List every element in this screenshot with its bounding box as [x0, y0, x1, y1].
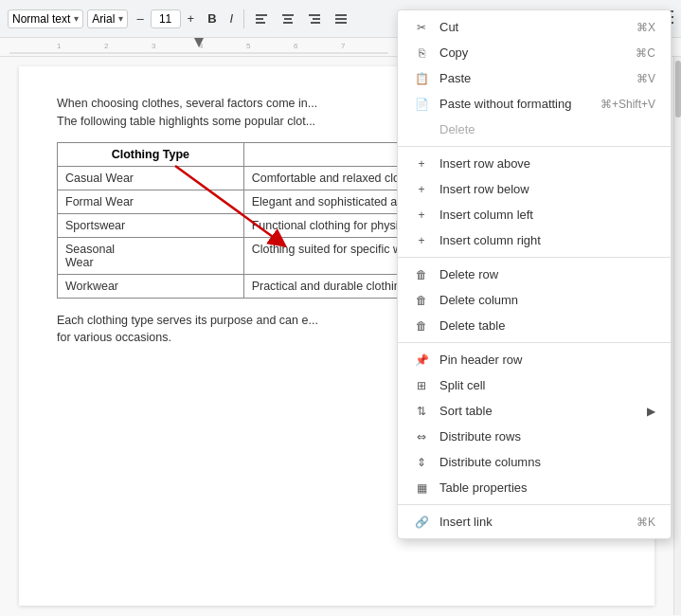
plus-icon-4: +: [413, 234, 430, 247]
font-chevron-icon: ▾: [118, 13, 123, 24]
menu-item-delete-row[interactable]: 🗑 Delete row: [398, 262, 671, 287]
align-center-button[interactable]: [277, 9, 299, 28]
svg-rect-7: [313, 18, 320, 20]
submenu-arrow-icon: ▶: [647, 405, 655, 418]
svg-rect-10: [335, 18, 347, 20]
paste-icon: 📋: [413, 72, 430, 85]
menu-label-sort-table: Sort table: [439, 404, 637, 418]
svg-rect-0: [256, 14, 267, 16]
svg-text:2: 2: [104, 42, 109, 50]
menu-item-paste-no-format[interactable]: 📄 Paste without formatting ⌘+Shift+V: [398, 91, 671, 117]
menu-item-delete-col[interactable]: 🗑 Delete column: [398, 287, 671, 313]
menu-item-insert-col-left[interactable]: + Insert column left: [398, 202, 671, 227]
paste-plain-icon: 📄: [413, 98, 430, 111]
align-right-icon: [308, 12, 321, 26]
decrease-size-button[interactable]: –: [132, 9, 148, 28]
copy-icon: ⎘: [413, 57, 430, 60]
svg-rect-5: [283, 22, 293, 24]
separator-2: [398, 257, 671, 258]
svg-rect-9: [335, 14, 347, 16]
cell-type-3: Sportswear: [58, 213, 244, 237]
separator-4: [398, 504, 671, 505]
svg-rect-2: [256, 22, 265, 24]
menu-label-insert-row-below: Insert row below: [439, 182, 655, 196]
toolbar-divider: [243, 9, 244, 28]
menu-item-distribute-rows[interactable]: ⇔ Distribute rows: [398, 424, 671, 449]
menu-item-insert-link[interactable]: 🔗 Insert link ⌘K: [398, 509, 671, 534]
justify-icon: [334, 12, 348, 26]
font-label: Arial: [92, 12, 115, 26]
trash-icon-3: 🗑: [413, 319, 430, 333]
menu-item-insert-row-above[interactable]: + Insert row above: [398, 151, 671, 176]
svg-text:1: 1: [57, 42, 62, 50]
menu-item-pin-header[interactable]: 📌 Pin header row: [398, 347, 671, 372]
trash-icon-1: 🗑: [413, 268, 430, 281]
pin-icon: 📌: [413, 353, 430, 367]
context-menu: ✂ Cut ⌘X ⎘ Copy ⌘C 📋 Paste ⌘V 📄 Paste wi…: [397, 57, 672, 539]
align-center-icon: [281, 12, 295, 26]
menu-item-insert-row-below[interactable]: + Insert row below: [398, 176, 671, 202]
doc-area: When choosing clothes, several factors c…: [0, 57, 681, 615]
menu-label-paste-no-format: Paste without formatting: [439, 97, 591, 111]
font-size-input[interactable]: [151, 9, 181, 28]
sort-icon: ⇅: [413, 405, 430, 418]
svg-rect-1: [256, 18, 263, 20]
menu-item-delete-table[interactable]: 🗑 Delete table: [398, 313, 671, 338]
cell-type-5: Workwear: [58, 274, 244, 298]
svg-rect-3: [282, 14, 294, 16]
scroll-thumb[interactable]: [675, 61, 681, 118]
svg-rect-4: [284, 18, 292, 20]
menu-item-table-props[interactable]: ▦ Table properties: [398, 475, 671, 500]
svg-rect-11: [335, 22, 347, 24]
cell-type-1: Casual Wear: [58, 166, 244, 190]
italic-button[interactable]: I: [225, 9, 239, 28]
style-selector[interactable]: Normal text ▾: [8, 9, 83, 28]
svg-text:5: 5: [246, 42, 251, 50]
align-right-button[interactable]: [303, 9, 326, 28]
split-icon: ⊞: [413, 379, 430, 392]
shortcut-insert-link: ⌘K: [636, 516, 655, 529]
svg-text:6: 6: [294, 42, 298, 50]
cell-type-2: Formal Wear: [58, 190, 244, 213]
menu-label-insert-col-left: Insert column left: [439, 208, 655, 222]
col-header-type: Clothing Type: [58, 142, 244, 166]
menu-item-distribute-cols[interactable]: ⇕ Distribute columns: [398, 449, 671, 475]
menu-item-sort-table[interactable]: ⇅ Sort table ▶: [398, 398, 671, 424]
menu-label-split-cell: Split cell: [439, 378, 655, 392]
menu-label-paste: Paste: [439, 71, 627, 85]
justify-button[interactable]: [330, 9, 352, 28]
menu-item-insert-col-right[interactable]: + Insert column right: [398, 227, 671, 253]
table-icon: ▦: [413, 481, 430, 495]
distribute-v-icon: ⇕: [413, 456, 430, 469]
menu-item-split-cell[interactable]: ⊞ Split cell: [398, 372, 671, 398]
menu-label-delete-col: Delete column: [439, 293, 655, 307]
trash-icon-2: 🗑: [413, 294, 430, 307]
separator-1: [398, 146, 671, 147]
bold-button[interactable]: B: [203, 9, 221, 28]
menu-label-table-props: Table properties: [439, 480, 655, 495]
font-size-control: – +: [132, 9, 199, 28]
svg-text:3: 3: [152, 42, 156, 50]
menu-item-copy[interactable]: ⎘ Copy ⌘C: [398, 57, 671, 65]
style-label: Normal text: [12, 12, 70, 26]
menu-label-delete: Delete: [439, 122, 655, 136]
menu-item-paste[interactable]: 📋 Paste ⌘V: [398, 65, 671, 91]
menu-item-delete: Delete: [398, 117, 671, 142]
scrollbar[interactable]: [673, 57, 681, 615]
menu-label-delete-row: Delete row: [439, 267, 655, 281]
menu-label-insert-row-above: Insert row above: [439, 156, 655, 171]
shortcut-paste: ⌘V: [636, 72, 655, 85]
align-left-icon: [255, 12, 268, 26]
ruler-svg: 1 2 3 4 5 6 7: [9, 38, 388, 55]
plus-icon-2: +: [413, 183, 430, 196]
cell-type-4: SeasonalWear: [58, 237, 244, 274]
align-left-button[interactable]: [250, 9, 273, 28]
font-selector[interactable]: Arial ▾: [87, 9, 128, 28]
shortcut-copy: ⌘C: [636, 57, 655, 60]
svg-rect-6: [309, 14, 320, 16]
style-chevron-icon: ▾: [74, 13, 79, 24]
svg-rect-8: [311, 22, 320, 24]
menu-label-insert-link: Insert link: [439, 515, 627, 529]
plus-icon-1: +: [413, 157, 430, 171]
increase-size-button[interactable]: +: [183, 9, 200, 28]
